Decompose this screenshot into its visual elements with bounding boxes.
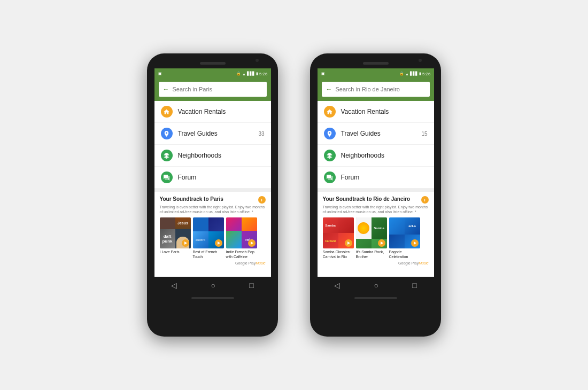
- screen-paris: ▣ 🔒 ▲ ▋▋▋ ▮ 5:26 ← Search in Paris: [154, 68, 271, 277]
- collage-cell: [226, 217, 242, 231]
- collage-cell: Jesus: [175, 217, 191, 229]
- album-cover-paris-3: mix: [226, 217, 257, 248]
- album-cover-rio-2: Samba: [356, 217, 387, 248]
- menu-guides-rio[interactable]: Travel Guides 15: [318, 123, 434, 145]
- nav-home-paris[interactable]: ○: [211, 281, 215, 290]
- phone-rio: ▣ 🔒 ▲ ▋▋▋ ▮ 5:26 ← Search in Rio de Jane…: [310, 53, 441, 337]
- search-bar-rio: ← Search in Rio de Janeiro: [318, 79, 434, 101]
- status-bar-paris: ▣ 🔒 ▲ ▋▋▋ ▮ 5:26: [154, 68, 271, 79]
- search-input-row-rio[interactable]: ← Search in Rio de Janeiro: [322, 82, 430, 97]
- phone-grill-paris: [191, 297, 234, 299]
- menu-neighborhoods-rio[interactable]: Neighborhoods: [318, 145, 434, 167]
- nav-recent-rio[interactable]: □: [412, 281, 416, 290]
- nav-back-rio[interactable]: ◁: [334, 281, 340, 290]
- album-item-rio-2[interactable]: Samba It's Samba Rock, Brother: [356, 217, 387, 259]
- back-arrow-rio[interactable]: ←: [326, 85, 332, 93]
- album-cover-paris-2: electro: [193, 217, 224, 248]
- album-cover-rio-1: Samba Carnival: [323, 217, 354, 248]
- collage-cell: Samba: [323, 217, 338, 233]
- album-row-paris: Jesus daftpunk: [160, 217, 266, 259]
- nav-recent-paris[interactable]: □: [249, 281, 253, 290]
- collage-cell: Samba: [372, 217, 387, 239]
- status-left-paris: ▣: [158, 71, 163, 76]
- speaker-rio: [363, 62, 389, 65]
- play-btn-rio-3[interactable]: [411, 239, 419, 247]
- album-cover-rio-3: acLa: [389, 217, 420, 248]
- music-header-rio: Your Soundtrack to Rio de Janeiro i: [323, 196, 429, 204]
- album-label-paris-1: I Love Paris: [160, 250, 191, 254]
- neighborhoods-icon-paris: [161, 150, 173, 161]
- collage-cell: electro: [193, 231, 208, 248]
- menu-vacation-rio[interactable]: Vacation Rentals: [318, 101, 434, 123]
- gplay-footer-rio: Google Play Music: [323, 261, 429, 265]
- search-bar-paris: ← Search in Paris: [154, 79, 271, 101]
- forum-label-rio: Forum: [341, 174, 428, 181]
- phone-top-bar-rio: [310, 53, 441, 68]
- guides-icon-paris: [161, 128, 173, 139]
- search-input-row-paris[interactable]: ← Search in Paris: [159, 82, 267, 97]
- play-btn-rio-2[interactable]: [378, 239, 385, 247]
- play-btn-paris-3[interactable]: [248, 239, 256, 247]
- menu-neighborhoods-paris[interactable]: Neighborhoods: [154, 145, 271, 167]
- collage-cell: daftpunk: [160, 229, 175, 249]
- menu-guides-paris[interactable]: Travel Guides 33: [154, 123, 271, 145]
- guides-icon-rio: [324, 128, 336, 139]
- collage-cell: [356, 217, 372, 239]
- menu-vacation-paris[interactable]: Vacation Rentals: [154, 101, 271, 123]
- music-info-icon-paris[interactable]: i: [258, 196, 266, 204]
- forum-label-paris: Forum: [178, 174, 265, 181]
- phone-paris: ▣ 🔒 ▲ ▋▋▋ ▮ 5:26 ← Search in Paris: [147, 53, 278, 337]
- play-btn-paris-1[interactable]: [182, 239, 189, 247]
- camera-rio: [419, 59, 422, 62]
- search-text-rio[interactable]: Search in Rio de Janeiro: [336, 86, 425, 92]
- album-label-rio-2: It's Samba Rock, Brother: [356, 250, 387, 259]
- forum-icon-paris: [161, 171, 173, 183]
- play-btn-paris-2[interactable]: [215, 239, 222, 247]
- search-text-paris[interactable]: Search in Paris: [173, 86, 262, 92]
- gplay-text-rio: Google Play: [398, 261, 419, 265]
- status-right-paris: 🔒 ▲ ▋▋▋ ▮ 5:26: [236, 72, 268, 76]
- music-header-paris: Your Soundtrack to Paris i: [160, 196, 266, 204]
- nav-home-rio[interactable]: ○: [374, 281, 378, 290]
- guides-badge-paris: 33: [258, 131, 264, 137]
- phone-bottom-rio: ◁ ○ □: [318, 277, 434, 294]
- phone-grill-rio: [354, 297, 397, 299]
- album-label-paris-2: Best of French Touch: [193, 250, 224, 259]
- album-item-rio-1[interactable]: Samba Carnival: [323, 217, 354, 259]
- collage-cell: [389, 217, 405, 235]
- guides-label-rio: Travel Guides: [341, 130, 414, 137]
- play-btn-rio-1[interactable]: [345, 239, 352, 247]
- album-item-paris-2[interactable]: electro Best of French Touch: [193, 217, 224, 259]
- album-row-rio: Samba Carnival: [323, 217, 429, 259]
- album-item-rio-3[interactable]: acLa Pagode Celebration: [389, 217, 420, 259]
- music-info-icon-rio[interactable]: i: [421, 196, 429, 204]
- music-desc-rio: Traveling is even better with the right …: [323, 205, 429, 214]
- collage-cell: [242, 217, 257, 231]
- phone-top-bar-paris: [147, 53, 278, 68]
- collage-cell: [193, 217, 208, 231]
- album-cover-paris-1: Jesus daftpunk: [160, 217, 191, 248]
- album-item-paris-1[interactable]: Jesus daftpunk: [160, 217, 191, 259]
- battery-icon-rio: ▮: [419, 72, 421, 76]
- menu-section-paris: Vacation Rentals Travel Guides 33 Neighb…: [154, 101, 271, 189]
- menu-forum-rio[interactable]: Forum: [318, 167, 434, 189]
- speaker-paris: [200, 62, 226, 65]
- neighborhoods-label-paris: Neighborhoods: [178, 152, 265, 159]
- forum-icon-rio: [324, 171, 336, 183]
- sim-icon-paris: ▣: [158, 71, 163, 76]
- signal-icon-rio: ▋▋▋: [410, 72, 418, 76]
- music-card-paris: Your Soundtrack to Paris i Traveling is …: [154, 192, 271, 277]
- album-item-paris-3[interactable]: mix Indie French Pop with Caffeine: [226, 217, 257, 259]
- wifi-icon-paris: ▲: [242, 72, 246, 76]
- collage-cell: [338, 217, 354, 233]
- neighborhoods-icon-rio: [324, 150, 336, 161]
- menu-section-rio: Vacation Rentals Travel Guides 15 Neighb…: [318, 101, 434, 189]
- wifi-icon-rio: ▲: [405, 72, 409, 76]
- music-card-rio: Your Soundtrack to Rio de Janeiro i Trav…: [318, 192, 434, 277]
- collage-cell: [208, 217, 224, 231]
- nav-back-paris[interactable]: ◁: [171, 281, 177, 290]
- album-label-rio-3: Pagode Celebration: [389, 250, 420, 259]
- menu-forum-paris[interactable]: Forum: [154, 167, 271, 189]
- back-arrow-paris[interactable]: ←: [163, 85, 169, 93]
- collage-cell: Carnival: [323, 233, 338, 248]
